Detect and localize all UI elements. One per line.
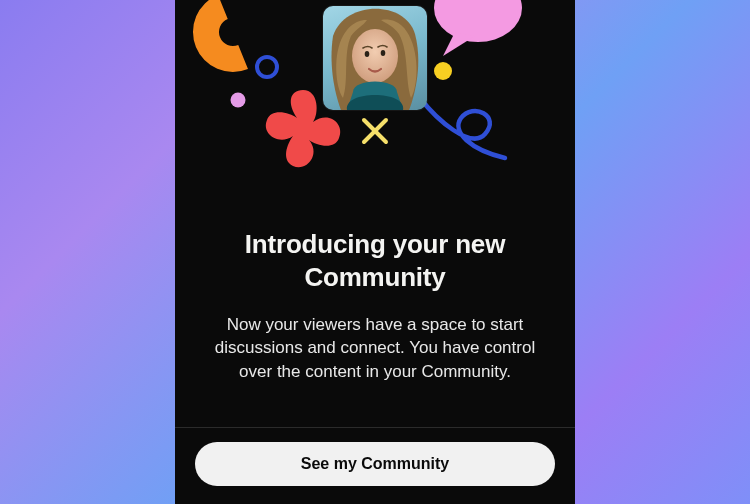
gradient-backdrop: Introducing your new Community Now your … [0, 0, 750, 504]
svg-point-5 [381, 50, 386, 56]
svg-point-4 [365, 51, 370, 57]
blue-ring-icon [257, 57, 277, 77]
orange-arc-icon [181, 0, 248, 84]
pink-dot-icon [231, 93, 246, 108]
hero-illustration [175, 0, 575, 200]
sheet-body: Now your viewers have a space to start d… [201, 313, 549, 383]
speech-bubble-icon [434, 0, 522, 56]
svg-point-0 [434, 0, 522, 42]
yellow-dot-icon [434, 62, 452, 80]
avatar-placeholder-icon [323, 6, 427, 110]
squiggle-icon [420, 98, 505, 158]
see-community-button[interactable]: See my Community [195, 442, 555, 486]
cta-label: See my Community [301, 455, 449, 473]
community-intro-sheet: Introducing your new Community Now your … [175, 0, 575, 504]
sheet-title: Introducing your new Community [201, 228, 549, 293]
svg-point-3 [352, 29, 398, 83]
sheet-footer: See my Community [175, 427, 575, 504]
avatar [323, 6, 427, 110]
content-block: Introducing your new Community Now your … [175, 200, 575, 427]
x-icon [364, 120, 386, 142]
